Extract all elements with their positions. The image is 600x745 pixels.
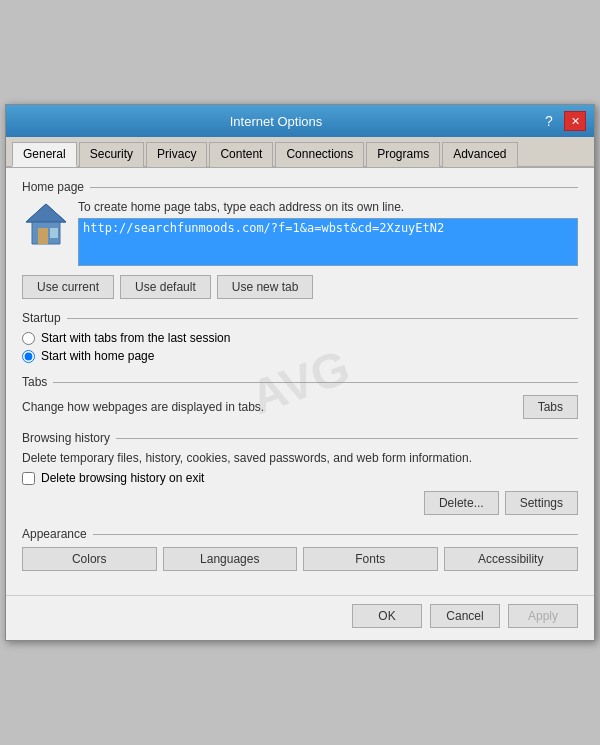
- apply-button[interactable]: Apply: [508, 604, 578, 628]
- tab-connections[interactable]: Connections: [275, 142, 364, 167]
- languages-button[interactable]: Languages: [163, 547, 298, 571]
- bottom-buttons: OK Cancel Apply: [6, 595, 594, 640]
- delete-button[interactable]: Delete...: [424, 491, 499, 515]
- browsing-history-desc: Delete temporary files, history, cookies…: [22, 451, 578, 465]
- home-page-title: Home page: [22, 180, 578, 194]
- home-page-desc: To create home page tabs, type each addr…: [78, 200, 578, 214]
- svg-marker-3: [26, 204, 66, 222]
- tabs-button[interactable]: Tabs: [523, 395, 578, 419]
- appearance-buttons: Colors Languages Fonts Accessibility: [22, 547, 578, 571]
- home-page-right: To create home page tabs, type each addr…: [78, 200, 578, 269]
- fonts-button[interactable]: Fonts: [303, 547, 438, 571]
- home-page-section: Home page To create home page tabs, type…: [22, 180, 578, 299]
- appearance-title: Appearance: [22, 527, 578, 541]
- browsing-history-title: Browsing history: [22, 431, 578, 445]
- startup-section: Startup Start with tabs from the last se…: [22, 311, 578, 363]
- accessibility-button[interactable]: Accessibility: [444, 547, 579, 571]
- startup-radio-1[interactable]: [22, 332, 35, 345]
- startup-radio-group: Start with tabs from the last session St…: [22, 331, 578, 363]
- content-area: Home page To create home page tabs, type…: [6, 168, 594, 595]
- svg-rect-2: [50, 228, 58, 238]
- browsing-history-section: Browsing history Delete temporary files,…: [22, 431, 578, 515]
- startup-radio-2[interactable]: [22, 350, 35, 363]
- appearance-section: Appearance Colors Languages Fonts Access…: [22, 527, 578, 571]
- delete-checkbox[interactable]: [22, 472, 35, 485]
- tabs-desc: Change how webpages are displayed in tab…: [22, 400, 523, 414]
- tabs-section-title: Tabs: [22, 375, 578, 389]
- delete-checkbox-label: Delete browsing history on exit: [41, 471, 204, 485]
- title-bar: Internet Options ? ✕: [6, 105, 594, 137]
- tab-security[interactable]: Security: [79, 142, 144, 167]
- cancel-button[interactable]: Cancel: [430, 604, 500, 628]
- use-new-tab-button[interactable]: Use new tab: [217, 275, 314, 299]
- tab-programs[interactable]: Programs: [366, 142, 440, 167]
- home-page-row: To create home page tabs, type each addr…: [22, 200, 578, 269]
- startup-option1-label: Start with tabs from the last session: [41, 331, 230, 345]
- tab-privacy[interactable]: Privacy: [146, 142, 207, 167]
- tabs-bar: General Security Privacy Content Connect…: [6, 137, 594, 168]
- home-page-buttons: Use current Use default Use new tab: [22, 275, 578, 299]
- tab-content[interactable]: Content: [209, 142, 273, 167]
- startup-title: Startup: [22, 311, 578, 325]
- internet-options-window: Internet Options ? ✕ General Security Pr…: [5, 104, 595, 641]
- title-bar-controls: ? ✕: [538, 111, 586, 131]
- startup-option2-label: Start with home page: [41, 349, 154, 363]
- url-input[interactable]: http://searchfunmoods.com/?f=1&a=wbst&cd…: [78, 218, 578, 266]
- startup-option1: Start with tabs from the last session: [22, 331, 578, 345]
- tab-general[interactable]: General: [12, 142, 77, 167]
- settings-button[interactable]: Settings: [505, 491, 578, 515]
- help-button[interactable]: ?: [538, 111, 560, 131]
- tabs-section-row: Change how webpages are displayed in tab…: [22, 395, 578, 419]
- startup-option2: Start with home page: [22, 349, 578, 363]
- svg-rect-1: [38, 228, 48, 244]
- house-icon: [22, 200, 70, 248]
- colors-button[interactable]: Colors: [22, 547, 157, 571]
- close-button[interactable]: ✕: [564, 111, 586, 131]
- tab-advanced[interactable]: Advanced: [442, 142, 517, 167]
- use-current-button[interactable]: Use current: [22, 275, 114, 299]
- window-title: Internet Options: [14, 114, 538, 129]
- content-wrapper: AVG Home page To create home page tabs, …: [6, 168, 594, 595]
- use-default-button[interactable]: Use default: [120, 275, 211, 299]
- tabs-section: Tabs Change how webpages are displayed i…: [22, 375, 578, 419]
- delete-checkbox-row: Delete browsing history on exit: [22, 471, 578, 485]
- delete-row-buttons: Delete... Settings: [22, 491, 578, 515]
- ok-button[interactable]: OK: [352, 604, 422, 628]
